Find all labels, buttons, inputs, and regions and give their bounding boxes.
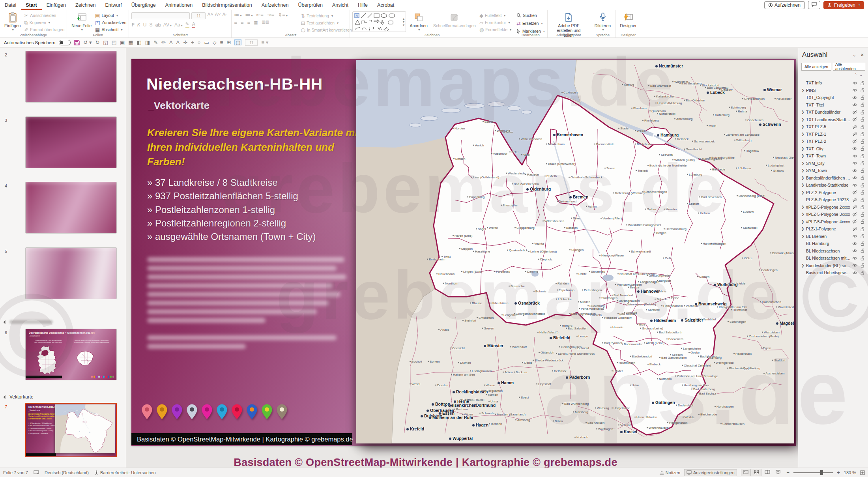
eye-hidden-icon[interactable] <box>851 131 859 137</box>
tab-ansicht[interactable]: Ansicht <box>327 0 353 10</box>
map-pin-6[interactable] <box>216 403 228 421</box>
layer-row[interactable]: BL Niedersachsen mit Nord… <box>798 254 868 262</box>
expand-icon[interactable]: ❯ <box>801 147 806 151</box>
eye-hidden-icon[interactable] <box>851 204 859 210</box>
accessibility-status[interactable]: Barrierefreiheit: Untersuchen <box>94 470 156 475</box>
tab-entwurf[interactable]: Entwurf <box>100 0 126 10</box>
layer-label[interactable]: PLZ-1-Polygone <box>806 226 851 231</box>
expand-icon[interactable]: ❯ <box>801 264 806 267</box>
layer-row[interactable]: TXT_Titel <box>798 101 868 109</box>
pencil-icon[interactable]: ✏ <box>161 40 166 45</box>
eye-hidden-icon[interactable] <box>851 110 859 115</box>
layer-label[interactable]: #PLZ-5-Polygone 2xxxx <box>806 205 851 210</box>
eye-visible-icon[interactable] <box>851 95 859 100</box>
reset-button[interactable]: ◳Zurücksetzen <box>95 19 126 26</box>
smartart-button[interactable]: ⬡In SmartArt konvertieren▾ <box>301 27 355 33</box>
shape-icon[interactable]: ◇ <box>213 40 217 45</box>
slide-canvas[interactable]: Niedersachsen-HB-HH _Vektorkarte Kreiere… <box>131 59 796 446</box>
unlock-icon[interactable] <box>859 248 866 253</box>
layer-label[interactable]: Bundesländer (BL) sonstige <box>806 263 851 268</box>
expand-icon[interactable]: ❯ <box>801 139 806 143</box>
map-pin-row[interactable] <box>141 403 288 421</box>
share-button[interactable]: Freigeben▾ <box>823 1 864 9</box>
expand-icon[interactable]: ❯ <box>801 191 806 195</box>
pen-icon[interactable]: ✎ <box>153 40 158 45</box>
justify-icon[interactable]: ≣ <box>254 20 258 25</box>
unlock-icon[interactable] <box>859 219 866 224</box>
layer-label[interactable]: BL Hamburg <box>806 241 851 246</box>
slide-thumbnail-7[interactable]: Niedersachsen-HB-HH _Vektorkarte Kreiere… <box>25 403 117 457</box>
quick-styles-button[interactable]: Schnellformat-vorlagen <box>431 11 478 29</box>
grow-font-icon[interactable]: A˄ <box>207 12 213 17</box>
slide-sorter-button[interactable] <box>752 469 761 476</box>
eye-visible-icon[interactable] <box>851 270 859 275</box>
designer-button[interactable]: Designer <box>618 11 638 29</box>
slide-editing-area[interactable]: Niedersachsen-HB-HH _Vektorkarte Kreiere… <box>126 48 798 468</box>
new-slide-button[interactable]: Neue Folie▾ <box>69 11 94 32</box>
eye-visible-icon[interactable] <box>851 241 859 246</box>
expand-icon[interactable]: ❯ <box>801 154 806 158</box>
expand-icon[interactable]: ❯ <box>801 227 806 231</box>
unlock-icon[interactable] <box>859 153 866 159</box>
unlock-icon[interactable] <box>859 110 866 115</box>
section-header-vektorkarte[interactable]: Vektorkarte <box>4 394 34 400</box>
lines-icon[interactable]: ≡ <box>220 40 223 45</box>
layer-row[interactable]: ❯#PLZ-5-Polygone 4xxxx <box>798 218 868 226</box>
eye-visible-icon[interactable] <box>851 153 859 159</box>
format-painter-button[interactable]: ✐Format übertragen <box>24 26 64 33</box>
columns-icon[interactable]: ▥▥ <box>262 20 269 24</box>
layer-label[interactable]: TXT PLZ-2 <box>806 139 851 144</box>
unlock-icon[interactable] <box>859 226 866 232</box>
shapes-gallery[interactable]: A ▲▼▼ <box>352 11 406 32</box>
notes-button[interactable]: Notizen <box>659 470 680 475</box>
eye-hidden-icon[interactable] <box>851 212 859 217</box>
layer-row[interactable]: ❯TXT PLZ-2 <box>798 138 868 145</box>
eye-visible-icon[interactable] <box>851 80 859 86</box>
slide-tagline[interactable]: Kreieren Sie Ihre eigene Karten-Variante… <box>147 125 368 169</box>
align-left-icon[interactable]: ≡ <box>234 20 237 25</box>
shape-fill-button[interactable]: ◆Fülleffekt▾ <box>479 12 511 19</box>
copy-icon[interactable]: ◰ <box>112 40 116 45</box>
gallery-more-icon[interactable]: ▼ <box>402 24 405 26</box>
eye-visible-icon[interactable] <box>851 161 859 166</box>
unlock-icon[interactable] <box>859 131 866 137</box>
slide-subtitle[interactable]: _Vektorkarte <box>148 99 210 112</box>
move-icon[interactable]: ✛ <box>183 40 187 45</box>
paste-button[interactable]: Einfügen▾ <box>2 11 22 32</box>
layer-row[interactable]: ❯#PLZ-5-Polygone 3xxxx <box>798 211 868 218</box>
eye-hidden-icon[interactable] <box>851 190 859 195</box>
tab-einfügen[interactable]: Einfügen <box>42 0 71 10</box>
unlock-icon[interactable] <box>859 88 866 93</box>
paste-icon[interactable]: ◱ <box>103 40 108 45</box>
unlock-icon[interactable] <box>859 241 866 246</box>
layer-label[interactable]: Bundesländerflächen mit H… <box>806 176 851 180</box>
eye-hidden-icon[interactable] <box>851 139 859 144</box>
find-button[interactable]: Suchen <box>516 12 545 19</box>
char-format-icon[interactable]: A <box>176 40 180 45</box>
table-icon[interactable]: ▦ <box>128 40 133 45</box>
layer-label[interactable]: PLZ-5-Polygone 19273 <box>806 197 851 202</box>
tab-zeichnen[interactable]: Zeichnen <box>71 0 100 10</box>
vector-map[interactable]: NordenAurichEmdenWittmundEsensJeverWilhe… <box>356 60 794 443</box>
zoom-level[interactable]: 180 % <box>844 470 856 475</box>
expand-icon[interactable]: ❯ <box>801 168 806 172</box>
eye-hidden-icon[interactable] <box>851 197 859 202</box>
clear-format-icon[interactable]: A̷ <box>222 12 225 17</box>
eye-visible-icon[interactable] <box>851 183 859 188</box>
layer-row[interactable]: TXT Info <box>798 79 868 87</box>
eye-visible-icon[interactable] <box>851 146 859 151</box>
layer-label[interactable]: BL Niedersachsen <box>806 249 851 253</box>
outline-color-icon[interactable]: ◨ <box>145 40 150 45</box>
zoom-out-button[interactable]: − <box>787 470 790 475</box>
font-size-select[interactable]: 11 <box>191 12 206 19</box>
zoom-slider-thumb[interactable] <box>820 470 823 475</box>
map-pin-4[interactable] <box>186 403 198 421</box>
textbox-icon[interactable]: ▭ <box>204 40 209 45</box>
undo-icon[interactable]: ↺ ▾ <box>83 40 92 45</box>
expand-icon[interactable]: ❯ <box>801 176 806 180</box>
layer-label[interactable]: PINS <box>806 88 851 93</box>
shrink-font-icon[interactable]: A˅ <box>215 12 221 17</box>
normal-view-button[interactable] <box>741 469 751 476</box>
eye-hidden-icon[interactable] <box>851 226 859 232</box>
eye-visible-icon[interactable] <box>851 175 859 180</box>
